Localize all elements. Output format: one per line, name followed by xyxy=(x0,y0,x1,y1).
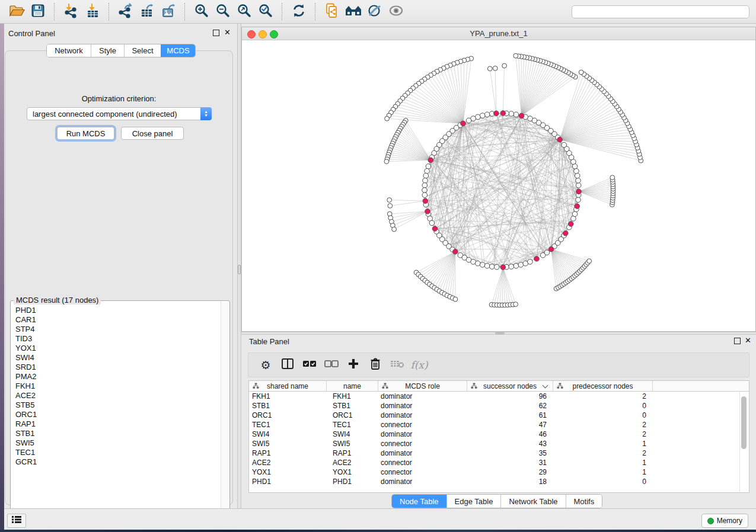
table-cell[interactable]: STB1 xyxy=(249,401,327,411)
table-cell[interactable]: 1 xyxy=(553,458,653,467)
graph-node[interactable] xyxy=(513,263,519,268)
deselect-all-button[interactable] xyxy=(321,356,342,374)
table-cell[interactable]: 43 xyxy=(467,439,553,448)
tab-select[interactable]: Select xyxy=(124,44,161,57)
create-column-button[interactable] xyxy=(343,356,363,374)
table-cell[interactable]: STB1 xyxy=(327,401,378,411)
mcds-result-item[interactable]: ORC1 xyxy=(11,410,220,419)
mcds-node[interactable] xyxy=(519,113,524,118)
table-cell[interactable]: 0 xyxy=(553,401,653,411)
export-image-button[interactable] xyxy=(158,2,179,21)
graph-node[interactable] xyxy=(476,261,481,266)
table-cell[interactable]: ACE2 xyxy=(327,458,378,467)
graph-node[interactable] xyxy=(484,112,490,117)
save-session-button[interactable] xyxy=(27,2,49,21)
table-cell[interactable]: 31 xyxy=(467,458,553,467)
mcds-node[interactable] xyxy=(500,265,506,270)
search-input[interactable] xyxy=(572,5,749,18)
graph-node[interactable] xyxy=(610,175,615,180)
mcds-list-scrollbar[interactable] xyxy=(221,302,229,521)
table-cell[interactable]: dominator xyxy=(378,392,467,401)
task-history-button[interactable] xyxy=(7,514,26,528)
tab-edge-table[interactable]: Edge Table xyxy=(446,495,501,508)
mcds-node[interactable] xyxy=(494,111,499,116)
mcds-result-item[interactable]: RAP1 xyxy=(11,419,220,429)
table-cell[interactable]: FKH1 xyxy=(249,392,327,401)
graph-node[interactable] xyxy=(466,118,471,123)
graph-node[interactable] xyxy=(480,113,485,118)
table-cell[interactable]: SWI5 xyxy=(249,439,327,448)
import-network-button[interactable] xyxy=(60,2,82,21)
table-cell[interactable]: connector xyxy=(378,439,467,448)
graph-node[interactable] xyxy=(576,178,581,183)
graph-node[interactable] xyxy=(502,63,507,68)
table-cell[interactable]: dominator xyxy=(378,411,467,420)
table-cell[interactable]: ORC1 xyxy=(327,411,378,420)
tab-mcds[interactable]: MCDS xyxy=(161,44,195,57)
table-row[interactable]: RAP1RAP1dominator352 xyxy=(249,448,749,458)
table-cell[interactable]: 1 xyxy=(553,467,653,477)
graph-node[interactable] xyxy=(509,264,514,270)
table-cell[interactable]: connector xyxy=(378,420,467,430)
table-settings-button[interactable]: ⚙ xyxy=(256,356,276,374)
table-cell[interactable]: 2 xyxy=(553,392,653,401)
mcds-result-item[interactable]: FKH1 xyxy=(11,382,220,391)
network-graph[interactable] xyxy=(242,40,755,331)
select-all-button[interactable] xyxy=(299,356,320,374)
table-row[interactable]: SWI5SWI5connector431 xyxy=(249,439,749,448)
table-cell[interactable]: TEC1 xyxy=(327,420,378,430)
mcds-result-item[interactable]: YOX1 xyxy=(11,344,220,353)
graph-node[interactable] xyxy=(480,262,485,268)
graph-node[interactable] xyxy=(513,53,518,58)
float-panel-icon[interactable] xyxy=(213,30,219,36)
export-table-button[interactable] xyxy=(136,2,158,21)
graph-node[interactable] xyxy=(425,168,430,174)
table-cell[interactable]: PHD1 xyxy=(249,477,327,486)
table-cell[interactable]: SWI4 xyxy=(249,430,327,439)
mcds-result-item[interactable]: PHD1 xyxy=(11,306,220,315)
table-row[interactable]: ACE2ACE2connector311 xyxy=(249,458,749,467)
graph-node[interactable] xyxy=(489,264,495,270)
graph-node[interactable] xyxy=(493,66,497,70)
table-cell[interactable]: dominator xyxy=(378,430,467,439)
tab-node-table[interactable]: Node Table xyxy=(392,495,446,508)
table-scrollbar[interactable] xyxy=(739,392,748,492)
mcds-node[interactable] xyxy=(423,198,428,204)
table-cell[interactable]: YOX1 xyxy=(249,467,327,477)
table-cell[interactable]: dominator xyxy=(378,401,467,411)
mcds-node[interactable] xyxy=(453,249,458,255)
graph-node[interactable] xyxy=(574,168,579,174)
function-builder-button[interactable]: f(x) xyxy=(409,356,429,374)
float-panel-icon[interactable] xyxy=(734,338,741,344)
table-cell[interactable]: 96 xyxy=(467,392,553,401)
mcds-result-item[interactable]: SWI5 xyxy=(11,438,220,448)
mcds-result-item[interactable]: GCR1 xyxy=(11,457,220,467)
table-cell[interactable]: 46 xyxy=(467,430,553,439)
graph-node[interactable] xyxy=(576,183,581,188)
column-header-successor-nodes[interactable]: successor nodes xyxy=(467,381,553,392)
column-layout-button[interactable] xyxy=(277,356,298,374)
sort-chevron-icon[interactable] xyxy=(543,383,548,389)
graph-node[interactable] xyxy=(484,263,490,268)
zoom-fit-button[interactable] xyxy=(234,2,255,21)
table-cell[interactable]: dominator xyxy=(378,448,467,458)
table-cell[interactable]: FKH1 xyxy=(327,392,378,401)
graph-node[interactable] xyxy=(518,262,524,268)
mcds-node[interactable] xyxy=(569,222,574,227)
table-row[interactable]: TEC1TEC1connector472 xyxy=(249,420,749,430)
graph-node[interactable] xyxy=(423,173,429,178)
mcds-node[interactable] xyxy=(534,257,540,262)
network-window-titlebar[interactable]: YPA_prune.txt_1 xyxy=(242,27,755,40)
tab-motifs[interactable]: Motifs xyxy=(566,495,602,508)
graph-node[interactable] xyxy=(453,297,458,302)
graph-node[interactable] xyxy=(528,259,533,265)
mcds-result-list[interactable]: PHD1CAR1STP4TID3YOX1SWI4SRD1PMA2FKH1ACE2… xyxy=(11,306,220,521)
table-cell[interactable]: dominator xyxy=(378,477,467,486)
run-mcds-button[interactable]: Run MCDS xyxy=(57,127,114,140)
graph-node[interactable] xyxy=(426,164,431,169)
graph-node[interactable] xyxy=(495,264,500,270)
table-cell[interactable]: RAP1 xyxy=(249,448,327,458)
table-row[interactable]: PHD1PHD1dominator180 xyxy=(249,477,749,486)
vertical-splitter[interactable] xyxy=(237,24,241,508)
graph-node[interactable] xyxy=(562,142,567,148)
